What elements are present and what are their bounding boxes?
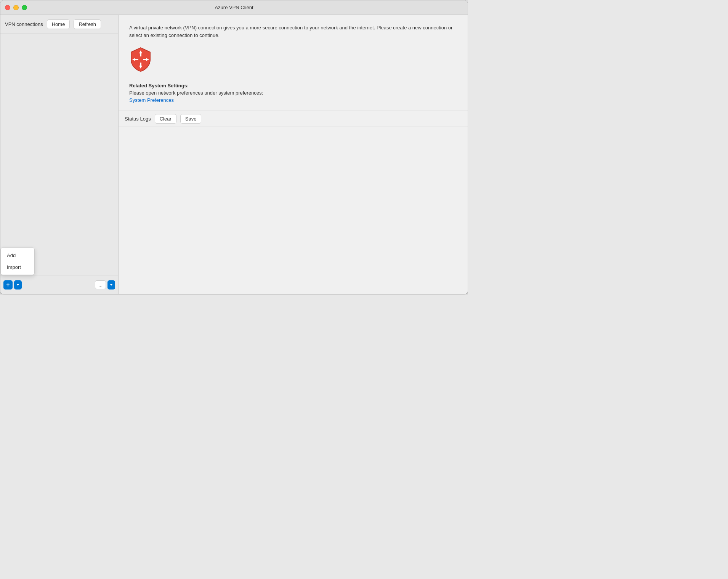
sidebar-connections-list <box>0 34 118 275</box>
vpn-description: A virtual private network (VPN) connecti… <box>129 24 457 39</box>
related-settings-title: Related System Settings: <box>129 83 457 88</box>
add-dropdown-toggle[interactable] <box>14 280 22 290</box>
traffic-lights <box>5 5 27 10</box>
dropdown-import-item[interactable]: Import <box>1 261 34 273</box>
svg-rect-7 <box>143 59 146 60</box>
content-area: A virtual private network (VPN) connecti… <box>119 15 468 294</box>
status-logs-bar: Status Logs Clear Save <box>119 111 468 127</box>
chevron-down-icon <box>16 284 19 286</box>
chevron-down-icon-right <box>110 284 113 286</box>
status-logs-label: Status Logs <box>125 116 151 122</box>
related-settings-desc: Please open network preferences under sy… <box>129 90 457 96</box>
svg-rect-3 <box>140 63 141 66</box>
refresh-button[interactable]: Refresh <box>74 19 101 29</box>
ellipsis-button[interactable]: ... <box>95 280 106 289</box>
save-button[interactable]: Save <box>180 114 202 124</box>
sidebar-header: VPN connections Home Refresh <box>0 15 118 34</box>
related-settings-section: Related System Settings: Please open net… <box>129 83 457 103</box>
minimize-button[interactable] <box>13 5 19 10</box>
main-layout: VPN connections Home Refresh Add Import … <box>0 15 468 294</box>
sidebar-title: VPN connections <box>5 21 43 27</box>
sidebar: VPN connections Home Refresh Add Import … <box>0 15 119 294</box>
vpn-shield-icon <box>129 47 152 72</box>
content-top: A virtual private network (VPN) connecti… <box>119 15 468 111</box>
maximize-button[interactable] <box>22 5 27 10</box>
add-button[interactable]: + <box>3 280 13 290</box>
sidebar-footer: Add Import + ... <box>0 275 118 294</box>
window-title: Azure VPN Client <box>215 5 253 10</box>
close-button[interactable] <box>5 5 10 10</box>
svg-rect-1 <box>140 53 141 56</box>
svg-rect-5 <box>135 59 138 60</box>
system-preferences-link[interactable]: System Preferences <box>129 97 174 103</box>
right-dropdown-toggle[interactable] <box>107 280 115 290</box>
dropdown-add-item[interactable]: Add <box>1 249 34 261</box>
app-window: Azure VPN Client VPN connections Home Re… <box>0 0 468 294</box>
title-bar: Azure VPN Client <box>0 0 468 15</box>
home-button[interactable]: Home <box>47 19 70 29</box>
log-content-area <box>119 127 468 294</box>
add-dropdown-popup: Add Import <box>0 248 35 275</box>
clear-button[interactable]: Clear <box>155 114 176 124</box>
